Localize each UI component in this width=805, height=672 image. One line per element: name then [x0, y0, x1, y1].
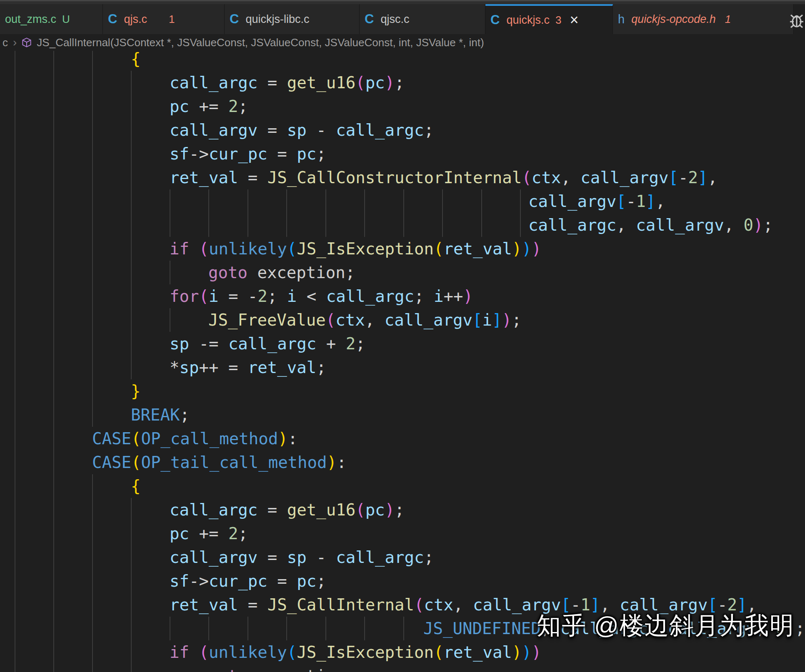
tab-quickjs.c[interactable]: Cquickjs.c3×: [485, 4, 613, 34]
indent-guide: [248, 189, 248, 237]
code-line: sf->cur_pc = pc;: [170, 142, 326, 166]
run-debug-button[interactable]: [788, 10, 805, 30]
indent-guide: [442, 189, 443, 237]
code-line: if (unlikely(JS_IsException(ret_val))): [170, 237, 541, 261]
code-line: call_argv = sp - call_argc;: [170, 545, 434, 569]
indent-guide: [325, 189, 326, 237]
tab-label: quickjs.c: [506, 14, 550, 27]
code-line: goto exception;: [208, 261, 355, 284]
indent-guide: [286, 189, 287, 237]
indent-guide: [170, 617, 170, 640]
code-line: *sp++ = ret_val;: [170, 356, 326, 379]
tab-quickjs-libc.c[interactable]: Cquickjs-libc.c: [225, 4, 360, 34]
c-file-icon: C: [365, 12, 374, 27]
breadcrumb: c › JS_CallInternal(JSContext *, JSValue…: [0, 34, 805, 51]
code-line: if (unlikely(JS_IsException(ret_val))): [170, 640, 541, 664]
debug-bug-icon: [788, 10, 805, 30]
indent-guide: [170, 261, 170, 284]
tab-badge: 1: [169, 13, 175, 26]
code-editor[interactable]: {call_argc = get_u16(pc);pc += 2;call_ar…: [0, 51, 805, 672]
chevron-right-icon: ›: [13, 36, 17, 49]
tab-quickjs-opcode.h[interactable]: hquickjs-opcode.h1: [613, 4, 794, 34]
tab-out_zms.c[interactable]: out_zms.cU: [0, 4, 103, 34]
tab-badge: 1: [725, 13, 731, 26]
code-line: CASE(OP_tail_call_method):: [92, 450, 347, 474]
indent-guide: [53, 51, 54, 672]
code-line: for(i = -2; i < call_argc; i++): [170, 284, 473, 308]
indent-guide: [208, 617, 209, 640]
indent-guide: [520, 189, 521, 237]
c-file-icon: C: [230, 12, 239, 27]
tab-label: quickjs-libc.c: [245, 13, 309, 26]
tab-badge: 3: [555, 14, 561, 27]
indent-guide: [364, 617, 365, 640]
symbol-method-icon: [21, 37, 32, 48]
watermark: 知乎 @楼边斜月为我明: [537, 610, 795, 642]
indent-guide: [208, 189, 209, 237]
tab-label: qjs.c: [124, 13, 147, 26]
c-file-icon: C: [108, 12, 117, 27]
code-line: pc += 2;: [170, 95, 248, 118]
indent-guide: [131, 498, 132, 672]
code-line: call_argc, call_argv, 0);: [528, 213, 773, 237]
breadcrumb-file[interactable]: c: [2, 36, 8, 49]
code-line: call_argv[-1],: [528, 189, 665, 213]
indent-guide: [131, 71, 132, 379]
code-line: {: [131, 51, 140, 71]
close-icon[interactable]: ×: [570, 12, 578, 27]
vscode-window: { "colors": { "accent_tab_border": "#2B8…: [0, 0, 805, 672]
code-line: sp -= call_argc + 2;: [170, 332, 365, 356]
indent-guide: [481, 189, 482, 237]
code-line: call_argc = get_u16(pc);: [170, 71, 405, 95]
indent-guide: [403, 189, 404, 237]
indent-guide: [170, 308, 170, 332]
indent-guide: [364, 189, 365, 237]
code-line: sf->cur_pc = pc;: [170, 569, 326, 593]
tab-label: out_zms.c: [5, 13, 56, 26]
h-file-icon: h: [618, 12, 625, 26]
window-top-border: [0, 0, 805, 4]
code-line: goto exception;: [208, 664, 355, 672]
code-line: call_argv = sp - call_argc;: [170, 118, 434, 142]
tab-label: qjsc.c: [380, 13, 409, 26]
indent-guide: [170, 189, 170, 237]
code-line: pc += 2;: [170, 522, 248, 545]
indent-guide: [325, 617, 326, 640]
tab-label: quickjs-opcode.h: [631, 13, 716, 26]
code-line: BREAK;: [131, 403, 190, 427]
tab-qjsc.c[interactable]: Cqjsc.c: [360, 4, 485, 34]
indent-guide: [248, 617, 248, 640]
tab-badge: U: [62, 13, 70, 26]
code-line: }: [131, 379, 140, 403]
code-line: JS_FreeValue(ctx, call_argv[i]);: [208, 308, 521, 332]
tab-bar: out_zms.cUCqjs.c1Cquickjs-libc.cCqjsc.cC…: [0, 4, 805, 34]
code-line: CASE(OP_call_method):: [92, 427, 298, 450]
indent-guide: [286, 617, 287, 640]
breadcrumb-symbol[interactable]: JS_CallInternal(JSContext *, JSValueCons…: [37, 36, 484, 49]
indent-guide: [403, 617, 404, 640]
code-line: call_argc = get_u16(pc);: [170, 498, 405, 522]
code-line: ret_val = JS_CallConstructorInternal(ctx…: [170, 166, 718, 189]
tab-qjs.c[interactable]: Cqjs.c1: [103, 4, 225, 34]
indent-guide: [92, 474, 93, 672]
indent-guide: [15, 51, 15, 672]
code-line: {: [131, 474, 140, 498]
indent-guide: [92, 51, 93, 427]
c-file-icon: C: [490, 12, 500, 27]
